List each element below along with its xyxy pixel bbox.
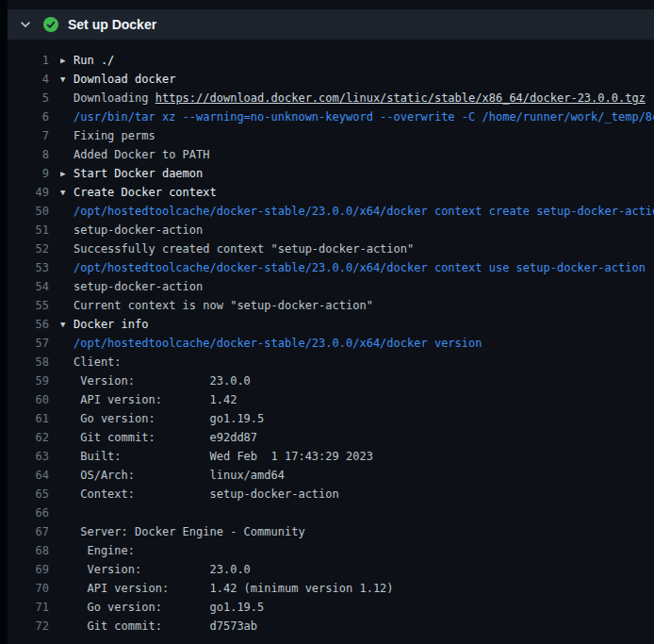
log-line: 70 API version: 1.42 (minimum version 1.…: [8, 579, 654, 598]
line-number[interactable]: 63: [8, 447, 49, 466]
line-number[interactable]: 71: [8, 598, 49, 617]
line-content: Downloading https://download.docker.com/…: [60, 89, 654, 107]
line-number[interactable]: 52: [8, 239, 49, 258]
group-expanded-icon[interactable]: ▼: [60, 70, 74, 89]
line-number[interactable]: 53: [8, 258, 49, 277]
log-command-text: /opt/hostedtoolcache/docker-stable/23.0.…: [60, 202, 654, 221]
log-command-text: /opt/hostedtoolcache/docker-stable/23.0.…: [60, 258, 654, 277]
chevron-down-icon[interactable]: [17, 16, 34, 33]
group-expanded-icon[interactable]: ▼: [60, 183, 74, 202]
line-number[interactable]: 54: [8, 277, 49, 296]
log-text: API version: 1.42 (minimum version 1.12): [60, 579, 654, 598]
line-number[interactable]: 9: [8, 164, 49, 183]
line-number[interactable]: 4: [8, 70, 49, 89]
log-text: Fixing perms: [60, 126, 654, 145]
group-title[interactable]: Docker info: [74, 318, 148, 331]
line-number[interactable]: 66: [8, 504, 49, 522]
line-number[interactable]: 60: [8, 390, 49, 409]
log-text: setup-docker-action: [60, 277, 654, 296]
log-text: Engine:: [60, 541, 654, 560]
line-number[interactable]: 6: [8, 107, 49, 126]
log-text: Downloading: [74, 91, 155, 105]
line-number[interactable]: 56: [8, 315, 49, 334]
log-line: 68 Engine:: [8, 541, 654, 560]
line-number[interactable]: 8: [8, 145, 49, 164]
line-number[interactable]: 57: [8, 334, 49, 353]
log-line: 69 Version: 23.0.0: [8, 560, 654, 579]
log-text: Current context is now "setup-docker-act…: [60, 296, 654, 315]
line-content[interactable]: ▼Create Docker context: [60, 183, 654, 202]
line-number[interactable]: 69: [8, 560, 49, 579]
log-text: Version: 23.0.0: [60, 560, 654, 579]
log-line: 56 ▼Docker info: [8, 315, 654, 334]
log-lines: 1 ▶Run ./ 4 ▼Download docker 5 Downloadi…: [8, 40, 654, 636]
log-line: 7 Fixing perms: [8, 126, 654, 145]
group-collapsed-icon[interactable]: ▶: [60, 51, 74, 70]
log-line: 6 /usr/bin/tar xz --warning=no-unknown-k…: [8, 107, 654, 126]
line-number[interactable]: 61: [8, 409, 49, 428]
log-line: 1 ▶Run ./: [8, 51, 654, 70]
log-line: 71 Go version: go1.19.5: [8, 598, 654, 617]
log-line: 61 Go version: go1.19.5: [8, 409, 654, 428]
log-line: 55 Current context is now "setup-docker-…: [8, 296, 654, 315]
log-line: 67 Server: Docker Engine - Community: [8, 522, 654, 541]
group-title[interactable]: Create Docker context: [74, 186, 217, 199]
log-viewer: Set up Docker 1 ▶Run ./ 4 ▼Download dock…: [8, 0, 654, 636]
log-line: 49 ▼Create Docker context: [8, 183, 654, 202]
log-line: 63 Built: Wed Feb 1 17:43:29 2023: [8, 447, 654, 466]
log-command-text: /usr/bin/tar xz --warning=no-unknown-key…: [60, 107, 654, 126]
log-text: Go version: go1.19.5: [60, 598, 654, 617]
line-number[interactable]: 55: [8, 296, 49, 315]
group-title[interactable]: Start Docker daemon: [74, 167, 203, 180]
log-text: Built: Wed Feb 1 17:43:29 2023: [60, 447, 654, 466]
line-number[interactable]: 49: [8, 183, 49, 202]
line-content[interactable]: ▶Start Docker daemon: [60, 164, 654, 183]
log-text: Added Docker to PATH: [60, 145, 654, 164]
log-text: Go version: go1.19.5: [60, 409, 654, 428]
log-text: Version: 23.0.0: [60, 372, 654, 390]
line-number[interactable]: 58: [8, 353, 49, 372]
log-command-text: /opt/hostedtoolcache/docker-stable/23.0.…: [60, 334, 654, 353]
log-line: 59 Version: 23.0.0: [8, 372, 654, 390]
left-rail: [0, 0, 8, 644]
log-text: Server: Docker Engine - Community: [60, 522, 654, 541]
step-header[interactable]: Set up Docker: [8, 9, 654, 40]
line-number[interactable]: 67: [8, 522, 49, 541]
log-line: 4 ▼Download docker: [8, 70, 654, 89]
line-number[interactable]: 5: [8, 89, 49, 107]
line-number[interactable]: 68: [8, 541, 49, 560]
log-line: 5 Downloading https://download.docker.co…: [8, 89, 654, 107]
log-text: Git commit: e92dd87: [60, 428, 654, 447]
log-text: OS/Arch: linux/amd64: [60, 466, 654, 485]
line-number[interactable]: 72: [8, 617, 49, 636]
line-number[interactable]: 59: [8, 372, 49, 390]
group-expanded-icon[interactable]: ▼: [60, 315, 74, 334]
group-title[interactable]: Download docker: [74, 73, 175, 86]
step-title: Set up Docker: [68, 17, 156, 32]
line-number[interactable]: 7: [8, 126, 49, 145]
log-line: 58 Client:: [8, 353, 654, 372]
line-number[interactable]: 50: [8, 202, 49, 221]
group-title[interactable]: Run ./: [74, 54, 114, 67]
log-text: [60, 504, 654, 522]
log-line: 60 API version: 1.42: [8, 390, 654, 409]
success-check-icon: [43, 17, 58, 32]
log-text: Client:: [60, 353, 654, 372]
log-line: 57 /opt/hostedtoolcache/docker-stable/23…: [8, 334, 654, 353]
line-number[interactable]: 65: [8, 485, 49, 504]
line-content[interactable]: ▼Docker info: [60, 315, 654, 334]
log-text: Git commit: d7573ab: [60, 617, 654, 636]
log-text: Successfully created context "setup-dock…: [60, 239, 654, 258]
group-collapsed-icon[interactable]: ▶: [60, 164, 74, 183]
log-link[interactable]: https://download.docker.com/linux/static…: [155, 91, 646, 105]
line-number[interactable]: 1: [8, 51, 49, 70]
log-line: 72 Git commit: d7573ab: [8, 617, 654, 636]
line-content[interactable]: ▶Run ./: [60, 51, 654, 70]
line-number[interactable]: 70: [8, 579, 49, 598]
line-number[interactable]: 64: [8, 466, 49, 485]
line-content[interactable]: ▼Download docker: [60, 70, 654, 89]
log-line: 52 Successfully created context "setup-d…: [8, 239, 654, 258]
log-line: 53 /opt/hostedtoolcache/docker-stable/23…: [8, 258, 654, 277]
line-number[interactable]: 62: [8, 428, 49, 447]
line-number[interactable]: 51: [8, 221, 49, 239]
